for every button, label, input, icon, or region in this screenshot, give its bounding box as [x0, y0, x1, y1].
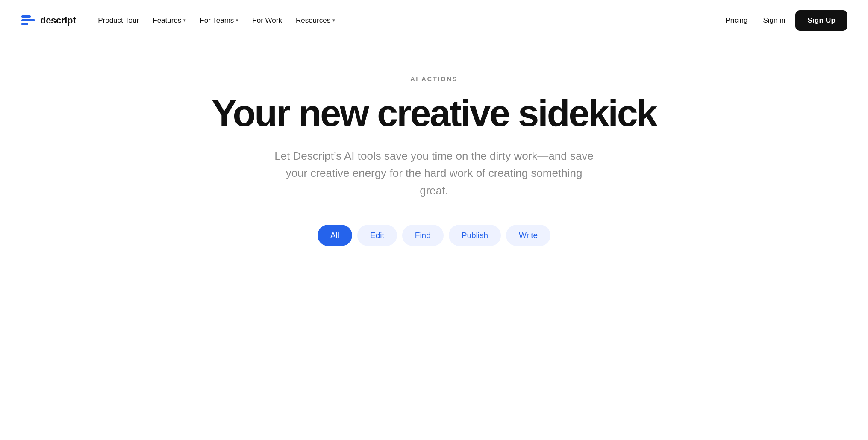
nav-link-product-tour[interactable]: Product Tour — [93, 13, 144, 28]
hero-title: Your new creative sidekick — [212, 94, 656, 132]
features-chevron-icon: ▾ — [183, 18, 186, 23]
for-teams-chevron-icon: ▾ — [236, 18, 238, 23]
nav-right: Pricing Sign in Sign Up — [720, 10, 847, 31]
descript-logo-icon — [21, 13, 36, 28]
nav-link-pricing[interactable]: Pricing — [720, 13, 753, 28]
filter-tab-edit[interactable]: Edit — [357, 225, 397, 246]
svg-rect-2 — [21, 23, 28, 25]
filter-tab-publish[interactable]: Publish — [449, 225, 501, 246]
filter-tab-write[interactable]: Write — [506, 225, 550, 246]
filter-tab-find[interactable]: Find — [402, 225, 444, 246]
svg-rect-0 — [21, 15, 31, 18]
hero-subtitle: Let Descript’s AI tools save you time on… — [272, 147, 597, 199]
sign-up-button[interactable]: Sign Up — [795, 10, 847, 31]
nav-link-for-teams[interactable]: For Teams ▾ — [194, 13, 244, 28]
hero-section: AI ACTIONS Your new creative sidekick Le… — [0, 41, 868, 272]
nav-link-features[interactable]: Features ▾ — [147, 13, 191, 28]
filter-tab-all[interactable]: All — [318, 225, 352, 246]
logo[interactable]: descript — [21, 13, 76, 28]
resources-chevron-icon: ▾ — [332, 18, 335, 23]
sign-in-button[interactable]: Sign in — [756, 13, 792, 28]
navbar: descript Product Tour Features ▾ For Tea… — [0, 0, 868, 41]
nav-left: descript Product Tour Features ▾ For Tea… — [21, 13, 340, 28]
nav-link-resources[interactable]: Resources ▾ — [291, 13, 340, 28]
filter-tabs: All Edit Find Publish Write — [318, 225, 550, 246]
nav-link-for-work[interactable]: For Work — [247, 13, 287, 28]
svg-rect-1 — [21, 19, 35, 21]
logo-text: descript — [40, 15, 76, 26]
nav-links: Product Tour Features ▾ For Teams ▾ For … — [93, 13, 340, 28]
hero-eyebrow: AI ACTIONS — [410, 75, 458, 82]
